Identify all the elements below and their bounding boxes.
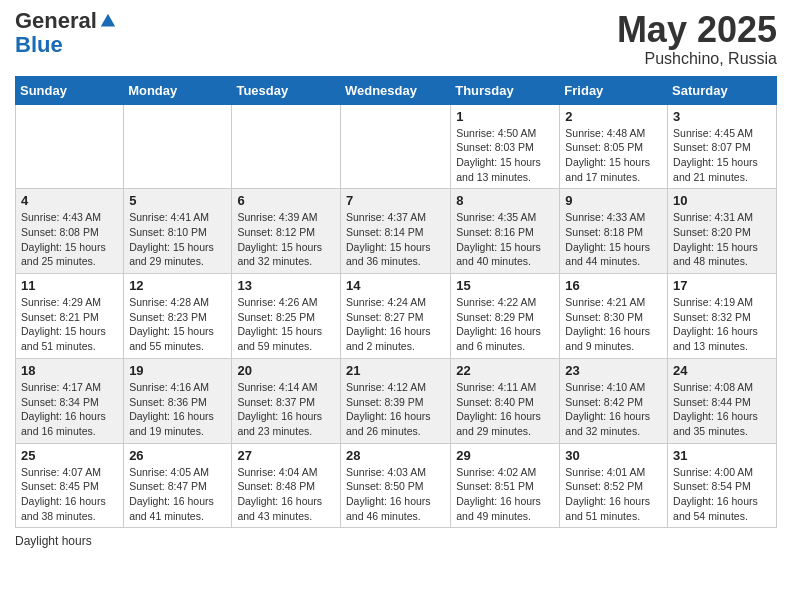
day-number: 3 xyxy=(673,109,771,124)
logo-icon xyxy=(99,12,117,30)
day-number: 28 xyxy=(346,448,445,463)
calendar-cell: 25Sunrise: 4:07 AMSunset: 8:45 PMDayligh… xyxy=(16,443,124,528)
calendar-cell: 21Sunrise: 4:12 AMSunset: 8:39 PMDayligh… xyxy=(340,358,450,443)
day-info: Sunrise: 4:41 AMSunset: 8:10 PMDaylight:… xyxy=(129,210,226,269)
day-number: 4 xyxy=(21,193,118,208)
day-number: 8 xyxy=(456,193,554,208)
day-info: Sunrise: 4:19 AMSunset: 8:32 PMDaylight:… xyxy=(673,295,771,354)
calendar-cell: 5Sunrise: 4:41 AMSunset: 8:10 PMDaylight… xyxy=(124,189,232,274)
day-info: Sunrise: 4:11 AMSunset: 8:40 PMDaylight:… xyxy=(456,380,554,439)
calendar-cell: 6Sunrise: 4:39 AMSunset: 8:12 PMDaylight… xyxy=(232,189,341,274)
day-number: 18 xyxy=(21,363,118,378)
calendar-cell: 15Sunrise: 4:22 AMSunset: 8:29 PMDayligh… xyxy=(451,274,560,359)
calendar-cell: 14Sunrise: 4:24 AMSunset: 8:27 PMDayligh… xyxy=(340,274,450,359)
day-info: Sunrise: 4:24 AMSunset: 8:27 PMDaylight:… xyxy=(346,295,445,354)
logo-general: General xyxy=(15,10,97,32)
calendar-header-sunday: Sunday xyxy=(16,76,124,104)
day-number: 16 xyxy=(565,278,662,293)
calendar-cell: 17Sunrise: 4:19 AMSunset: 8:32 PMDayligh… xyxy=(668,274,777,359)
day-number: 25 xyxy=(21,448,118,463)
day-number: 29 xyxy=(456,448,554,463)
day-number: 27 xyxy=(237,448,335,463)
day-info: Sunrise: 4:00 AMSunset: 8:54 PMDaylight:… xyxy=(673,465,771,524)
calendar-cell: 8Sunrise: 4:35 AMSunset: 8:16 PMDaylight… xyxy=(451,189,560,274)
day-number: 31 xyxy=(673,448,771,463)
day-number: 21 xyxy=(346,363,445,378)
day-info: Sunrise: 4:28 AMSunset: 8:23 PMDaylight:… xyxy=(129,295,226,354)
day-number: 5 xyxy=(129,193,226,208)
calendar-cell: 30Sunrise: 4:01 AMSunset: 8:52 PMDayligh… xyxy=(560,443,668,528)
calendar-week-row: 11Sunrise: 4:29 AMSunset: 8:21 PMDayligh… xyxy=(16,274,777,359)
day-number: 23 xyxy=(565,363,662,378)
calendar-cell: 18Sunrise: 4:17 AMSunset: 8:34 PMDayligh… xyxy=(16,358,124,443)
calendar-cell xyxy=(124,104,232,189)
calendar-cell: 23Sunrise: 4:10 AMSunset: 8:42 PMDayligh… xyxy=(560,358,668,443)
calendar-cell xyxy=(16,104,124,189)
day-info: Sunrise: 4:35 AMSunset: 8:16 PMDaylight:… xyxy=(456,210,554,269)
day-info: Sunrise: 4:37 AMSunset: 8:14 PMDaylight:… xyxy=(346,210,445,269)
day-number: 7 xyxy=(346,193,445,208)
day-info: Sunrise: 4:14 AMSunset: 8:37 PMDaylight:… xyxy=(237,380,335,439)
day-info: Sunrise: 4:50 AMSunset: 8:03 PMDaylight:… xyxy=(456,126,554,185)
calendar-cell: 3Sunrise: 4:45 AMSunset: 8:07 PMDaylight… xyxy=(668,104,777,189)
calendar-cell: 9Sunrise: 4:33 AMSunset: 8:18 PMDaylight… xyxy=(560,189,668,274)
logo-blue: Blue xyxy=(15,32,63,58)
calendar-cell: 10Sunrise: 4:31 AMSunset: 8:20 PMDayligh… xyxy=(668,189,777,274)
calendar-header-saturday: Saturday xyxy=(668,76,777,104)
calendar-header-thursday: Thursday xyxy=(451,76,560,104)
day-number: 17 xyxy=(673,278,771,293)
day-info: Sunrise: 4:17 AMSunset: 8:34 PMDaylight:… xyxy=(21,380,118,439)
calendar-cell: 4Sunrise: 4:43 AMSunset: 8:08 PMDaylight… xyxy=(16,189,124,274)
calendar-cell: 20Sunrise: 4:14 AMSunset: 8:37 PMDayligh… xyxy=(232,358,341,443)
day-info: Sunrise: 4:48 AMSunset: 8:05 PMDaylight:… xyxy=(565,126,662,185)
day-info: Sunrise: 4:10 AMSunset: 8:42 PMDaylight:… xyxy=(565,380,662,439)
day-info: Sunrise: 4:26 AMSunset: 8:25 PMDaylight:… xyxy=(237,295,335,354)
day-number: 26 xyxy=(129,448,226,463)
calendar-header-tuesday: Tuesday xyxy=(232,76,341,104)
location: Pushchino, Russia xyxy=(617,50,777,68)
calendar-cell: 28Sunrise: 4:03 AMSunset: 8:50 PMDayligh… xyxy=(340,443,450,528)
day-number: 2 xyxy=(565,109,662,124)
calendar-header-row: SundayMondayTuesdayWednesdayThursdayFrid… xyxy=(16,76,777,104)
footer-daylight: Daylight hours xyxy=(15,534,777,548)
day-number: 1 xyxy=(456,109,554,124)
calendar-cell: 7Sunrise: 4:37 AMSunset: 8:14 PMDaylight… xyxy=(340,189,450,274)
day-info: Sunrise: 4:31 AMSunset: 8:20 PMDaylight:… xyxy=(673,210,771,269)
calendar-cell: 24Sunrise: 4:08 AMSunset: 8:44 PMDayligh… xyxy=(668,358,777,443)
day-info: Sunrise: 4:43 AMSunset: 8:08 PMDaylight:… xyxy=(21,210,118,269)
day-info: Sunrise: 4:12 AMSunset: 8:39 PMDaylight:… xyxy=(346,380,445,439)
calendar-cell: 16Sunrise: 4:21 AMSunset: 8:30 PMDayligh… xyxy=(560,274,668,359)
calendar-table: SundayMondayTuesdayWednesdayThursdayFrid… xyxy=(15,76,777,529)
day-info: Sunrise: 4:21 AMSunset: 8:30 PMDaylight:… xyxy=(565,295,662,354)
calendar-header-wednesday: Wednesday xyxy=(340,76,450,104)
logo: General Blue xyxy=(15,10,117,58)
day-info: Sunrise: 4:45 AMSunset: 8:07 PMDaylight:… xyxy=(673,126,771,185)
day-info: Sunrise: 4:04 AMSunset: 8:48 PMDaylight:… xyxy=(237,465,335,524)
day-number: 22 xyxy=(456,363,554,378)
month-title: May 2025 xyxy=(617,10,777,50)
day-number: 10 xyxy=(673,193,771,208)
calendar-week-row: 25Sunrise: 4:07 AMSunset: 8:45 PMDayligh… xyxy=(16,443,777,528)
day-number: 15 xyxy=(456,278,554,293)
day-info: Sunrise: 4:05 AMSunset: 8:47 PMDaylight:… xyxy=(129,465,226,524)
day-number: 6 xyxy=(237,193,335,208)
calendar-header-monday: Monday xyxy=(124,76,232,104)
calendar-week-row: 4Sunrise: 4:43 AMSunset: 8:08 PMDaylight… xyxy=(16,189,777,274)
calendar-week-row: 18Sunrise: 4:17 AMSunset: 8:34 PMDayligh… xyxy=(16,358,777,443)
day-number: 19 xyxy=(129,363,226,378)
calendar-cell: 19Sunrise: 4:16 AMSunset: 8:36 PMDayligh… xyxy=(124,358,232,443)
day-number: 24 xyxy=(673,363,771,378)
day-info: Sunrise: 4:01 AMSunset: 8:52 PMDaylight:… xyxy=(565,465,662,524)
title-block: May 2025 Pushchino, Russia xyxy=(617,10,777,68)
calendar-cell: 12Sunrise: 4:28 AMSunset: 8:23 PMDayligh… xyxy=(124,274,232,359)
day-number: 20 xyxy=(237,363,335,378)
day-number: 14 xyxy=(346,278,445,293)
calendar-cell: 31Sunrise: 4:00 AMSunset: 8:54 PMDayligh… xyxy=(668,443,777,528)
day-number: 11 xyxy=(21,278,118,293)
day-number: 13 xyxy=(237,278,335,293)
day-info: Sunrise: 4:22 AMSunset: 8:29 PMDaylight:… xyxy=(456,295,554,354)
day-number: 30 xyxy=(565,448,662,463)
calendar-cell xyxy=(340,104,450,189)
day-info: Sunrise: 4:07 AMSunset: 8:45 PMDaylight:… xyxy=(21,465,118,524)
calendar-header-friday: Friday xyxy=(560,76,668,104)
